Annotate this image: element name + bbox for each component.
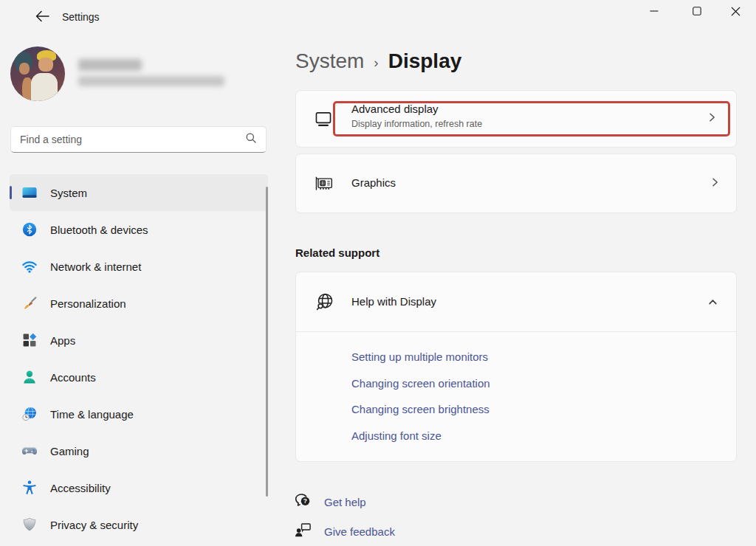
- sidebar-item-privacy-security[interactable]: Privacy & security: [10, 506, 268, 543]
- sidebar-item-accessibility[interactable]: Accessibility: [10, 469, 268, 506]
- get-help-icon: ?: [294, 491, 313, 513]
- back-arrow-icon: [35, 10, 49, 24]
- help-card-header[interactable]: Help with Display: [296, 272, 736, 331]
- sidebar-item-label: Personalization: [50, 297, 126, 310]
- sidebar-item-label: Privacy & security: [50, 519, 138, 531]
- minimize-icon: [650, 7, 659, 18]
- give-feedback-link[interactable]: Give feedback: [294, 520, 395, 542]
- sidebar-item-label: Time & language: [50, 408, 134, 421]
- graphics-title: Graphics: [351, 176, 396, 189]
- sidebar-item-system[interactable]: System: [10, 174, 268, 211]
- help-card-title: Help with Display: [351, 295, 436, 308]
- sidebar-item-label: Apps: [50, 334, 75, 347]
- sidebar-item-gaming[interactable]: Gaming: [10, 432, 268, 469]
- shield-icon: [21, 516, 38, 533]
- sidebar-scrollbar-thumb[interactable]: [266, 187, 268, 497]
- help-with-display-card: Help with Display Setting up multiple mo…: [295, 272, 737, 462]
- sidebar-item-label: System: [50, 187, 87, 199]
- user-avatar[interactable]: [10, 46, 65, 101]
- link-changing-screen-brightness[interactable]: Changing screen brightness: [351, 403, 489, 415]
- sidebar-item-accounts[interactable]: Accounts: [10, 359, 268, 395]
- sidebar-item-label: Gaming: [50, 445, 89, 457]
- search-icon: [245, 132, 257, 147]
- svg-text:?: ?: [303, 497, 307, 505]
- wifi-icon: [21, 258, 38, 275]
- related-support-heading: Related support: [295, 246, 379, 259]
- chevron-up-icon: [707, 297, 718, 311]
- bluetooth-icon: [21, 221, 38, 238]
- sidebar-item-label: Bluetooth & devices: [50, 224, 148, 236]
- sidebar-item-bluetooth-devices[interactable]: Bluetooth & devices: [10, 211, 268, 248]
- web-help-icon: [314, 291, 336, 317]
- back-button[interactable]: [30, 6, 55, 28]
- gpu-icon: [314, 174, 334, 196]
- maximize-button[interactable]: [676, 0, 718, 24]
- give-feedback-label: Give feedback: [324, 525, 395, 538]
- accessibility-icon: [21, 480, 38, 497]
- system-icon: [21, 184, 38, 201]
- avatar-art: [19, 63, 30, 75]
- breadcrumb-separator-icon: ›: [374, 52, 378, 71]
- settings-window: { "titlebar": { "title": "Settings" }, "…: [0, 0, 756, 546]
- search-input[interactable]: [20, 134, 245, 145]
- avatar-art: [31, 73, 58, 101]
- avatar-art: [38, 58, 53, 72]
- sidebar-nav: System Bluetooth & devices Network & int…: [10, 174, 268, 543]
- chevron-right-icon: [709, 176, 720, 190]
- close-icon: [731, 7, 740, 18]
- sidebar-item-network-internet[interactable]: Network & internet: [10, 248, 268, 285]
- user-name-blurred: [78, 59, 142, 71]
- divider: [296, 331, 736, 332]
- get-help-link[interactable]: ? Get help: [294, 491, 366, 513]
- link-changing-screen-orientation[interactable]: Changing screen orientation: [351, 377, 490, 390]
- search-box[interactable]: [10, 126, 267, 153]
- advanced-display-title: Advanced display: [351, 103, 439, 115]
- apps-icon: [21, 332, 38, 349]
- minimize-button[interactable]: [633, 0, 675, 24]
- advanced-display-card[interactable]: Advanced display Display information, re…: [295, 90, 737, 148]
- chevron-right-icon: [707, 112, 717, 126]
- maximize-icon: [693, 7, 701, 18]
- sidebar-item-label: Network & internet: [50, 260, 141, 273]
- link-adjusting-font-size[interactable]: Adjusting font size: [351, 429, 441, 442]
- window-title: Settings: [62, 11, 100, 23]
- breadcrumb: System › Display: [295, 49, 461, 73]
- sidebar-item-apps[interactable]: Apps: [10, 322, 268, 359]
- sidebar-item-label: Accounts: [50, 371, 96, 384]
- user-email-blurred: [78, 76, 224, 86]
- graphics-card[interactable]: Graphics: [295, 153, 737, 213]
- sidebar-item-time-language[interactable]: Time & language: [10, 395, 268, 432]
- globe-clock-icon: [21, 406, 38, 423]
- monitor-icon: [314, 109, 333, 131]
- gamepad-icon: [21, 443, 38, 460]
- link-setting-up-multiple-monitors[interactable]: Setting up multiple monitors: [351, 350, 488, 363]
- page-title: Display: [388, 49, 462, 73]
- sidebar-item-label: Accessibility: [50, 482, 111, 494]
- sidebar-item-personalization[interactable]: Personalization: [10, 285, 268, 322]
- advanced-display-subtitle: Display information, refresh rate: [351, 119, 482, 129]
- feedback-icon: [294, 520, 313, 542]
- get-help-label: Get help: [324, 496, 366, 508]
- person-icon: [21, 369, 38, 386]
- brush-icon: [21, 295, 38, 312]
- close-button[interactable]: [715, 0, 756, 24]
- breadcrumb-system[interactable]: System: [295, 49, 364, 73]
